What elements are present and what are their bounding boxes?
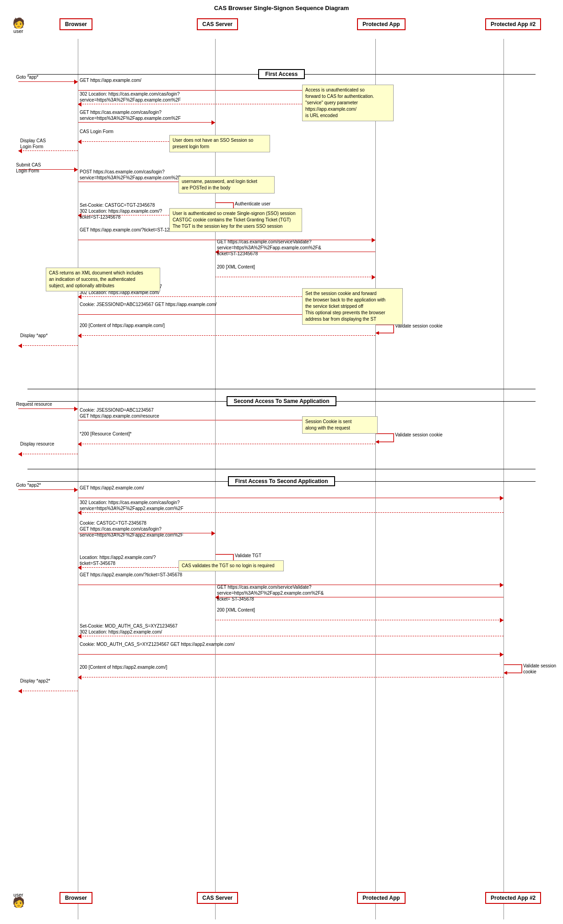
msg-label: Validate session cookie	[395, 432, 443, 438]
participant-top-app1: Protected App	[357, 18, 406, 30]
note-5: Set the session cookie and forwardthe br…	[302, 288, 403, 325]
section-second-access-to-same-application: Second Access To Same Application	[27, 396, 536, 407]
note-6: Session Cookie is sentalong with the req…	[302, 416, 378, 434]
arrow-head-right	[74, 407, 78, 411]
arrow-head-right	[372, 275, 375, 279]
message-arrow-short	[18, 489, 78, 490]
arrow-head-left	[18, 344, 22, 348]
note-1: User does not have an SSO Session sopres…	[169, 135, 270, 152]
arrow-line	[78, 677, 503, 677]
message-arrow	[215, 277, 375, 278]
message-label: Display resource	[20, 441, 54, 447]
arrow-line	[78, 335, 375, 336]
message-label: Display *app*	[20, 333, 48, 338]
message-arrow-short	[18, 408, 78, 409]
participant-bottom-cas: CAS Server	[197, 892, 238, 904]
message-arrow	[18, 691, 78, 692]
message-label: POST https://cas.example.com/cas/login?s…	[80, 169, 181, 181]
message-label: Cookie: CASTGC=TGT-2345678GET https://ca…	[80, 520, 184, 538]
arrow-head-right	[500, 583, 503, 587]
arrow-line	[18, 345, 78, 346]
participant-top-app2: Protected App #2	[485, 18, 541, 30]
message-label: GET https://cas.example.com/cas/login?se…	[80, 109, 181, 121]
message-label: 200 [XML Content]	[217, 264, 255, 270]
arrow-head-left	[78, 442, 81, 446]
arrow-head-right	[500, 496, 503, 500]
message-arrow	[78, 636, 503, 637]
arrow-line	[78, 122, 215, 123]
message-arrow	[18, 345, 78, 346]
message-label: 200 [Content of https://app.example.com/…	[80, 322, 165, 328]
arrow-line	[18, 691, 78, 691]
arrow-head-right	[74, 80, 78, 84]
arrow-line	[18, 408, 78, 409]
actor-label: user	[13, 28, 23, 34]
arrow-head-left	[18, 452, 22, 457]
message-label: *200 [Resource Content]*	[80, 431, 131, 437]
arrow-head-left	[78, 675, 81, 680]
message-label: Display CASLogin Form	[20, 138, 46, 150]
message-arrow	[78, 444, 375, 445]
arrow-line	[18, 81, 78, 82]
section-first-access-to-second-application: First Access To Second Application	[27, 476, 536, 487]
msg-label: Validate session cookie	[523, 663, 563, 675]
message-arrow	[18, 454, 78, 455]
arrow-line	[78, 444, 375, 444]
message-arrow	[18, 150, 78, 151]
arrow-line	[215, 620, 503, 620]
message-label: 302 Location: https://cas.example.com/ca…	[80, 500, 184, 511]
svg-marker-4	[503, 671, 507, 675]
message-arrow	[78, 654, 503, 655]
message-arrow	[78, 498, 503, 499]
message-label: 200 [Content of https://app2.example.com…	[80, 664, 167, 670]
section-separator	[27, 469, 536, 469]
arrow-line	[78, 512, 503, 513]
message-label: GET https://app2.example.com/?ticket=ST-…	[80, 572, 182, 578]
message-label: Display *app2*	[20, 678, 50, 684]
note-2: username, password, and login ticketare …	[179, 176, 275, 193]
arrow-line	[18, 454, 78, 454]
message-label: Cookie: JSESSIONID=ABC1234567 GET https:…	[80, 301, 217, 307]
participant-top-browser: Browser	[60, 18, 92, 30]
self-arrow	[503, 664, 524, 675]
arrow-head-left	[78, 140, 81, 144]
arrow-line	[78, 498, 503, 498]
message-arrow	[78, 122, 215, 123]
arrow-head-right	[372, 238, 375, 242]
arrow-head-left	[18, 689, 22, 693]
self-arrow	[375, 324, 396, 335]
message-label: GET https://cas.example.com/serviceValid…	[217, 584, 324, 602]
section-label: Second Access To Same Application	[227, 396, 337, 406]
message-label: 200 [XML Content]	[217, 607, 255, 613]
participant-bottom-browser: Browser	[60, 892, 92, 904]
arrow-line	[18, 489, 78, 490]
participant-bottom-app2: Protected App #2	[485, 892, 541, 904]
self-arrow	[375, 433, 396, 444]
msg-label: Authenticate user	[235, 201, 271, 207]
arrow-head-left	[78, 333, 81, 338]
message-label: CAS Login Form	[80, 129, 114, 134]
arrow-head-right	[500, 618, 503, 623]
arrow-head-right	[211, 120, 215, 125]
message-arrow	[78, 512, 503, 513]
note-0: Access is unauthenticated soforward to C…	[302, 85, 394, 121]
message-label: Set-Cookie: MOD_AUTH_CAS_S=XYZ1234567302…	[80, 623, 178, 635]
message-label: Set-Cookie: CASTGC=TGT-2345678302 Locati…	[80, 202, 162, 220]
participant-bottom-app1: Protected App	[357, 892, 406, 904]
actor-top-user: 🧑user	[9, 18, 27, 34]
msg-label: Validate TGT	[235, 553, 261, 559]
message-label: GET https://cas.example.com/serviceValid…	[217, 239, 321, 257]
message-arrow	[78, 335, 375, 336]
section-label: First Access To Second Application	[228, 476, 336, 486]
section-separator	[27, 389, 536, 389]
arrow-line	[18, 150, 78, 151]
message-arrow	[215, 620, 503, 621]
message-label: Submit CASLogin Form	[16, 162, 41, 174]
section-first-access: First Access	[27, 69, 536, 80]
arrow-line	[215, 277, 375, 277]
section-label: First Access	[258, 69, 305, 79]
message-label: Location: https://app2.example.com/?tick…	[80, 554, 156, 566]
message-label: Cookie: JSESSIONID=ABC1234567GET https:/…	[80, 407, 159, 419]
arrow-head-right	[74, 488, 78, 492]
message-label: Cookie: MOD_AUTH_CAS_S=XYZ1234567 GET ht…	[80, 641, 235, 647]
